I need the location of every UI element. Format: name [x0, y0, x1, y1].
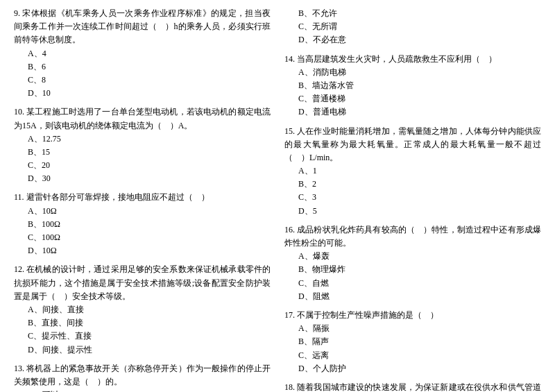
right-column: B、不允许 C、无所谓 D、不必在意 14. 当高层建筑发生火灾时，人员疏散救生… — [284, 7, 541, 392]
question-10: 10. 某工程施工时选用了一台单台笼型电动机，若该电动机的额定电流为15A，则该… — [14, 105, 271, 185]
question-15-option-b: B、2 — [298, 178, 541, 191]
question-12: 12. 在机械的设计时，通过采用足够的安全系数来保证机械承载零件的抗损环能力，这… — [14, 263, 271, 356]
question-9-option-b: B、6 — [28, 60, 271, 74]
question-9-text: 9. 宋体根据《机车乘务人员一次乘务作业程序标准》的规定，担当夜间乘务工作并一次… — [14, 7, 271, 47]
question-11-option-c: C、100Ω — [28, 231, 271, 244]
question-11-option-b: B、100Ω — [28, 218, 271, 231]
question-13: 13. 将机器上的紧急事故开关（亦称急停开关）作为一般操作的停止开关频繁使用，这… — [14, 362, 271, 392]
question-12-option-d: D、间接、提示性 — [28, 343, 271, 357]
question-9-cont-option-b: B、不允许 — [298, 7, 541, 20]
question-13-option-a: A、可以 — [28, 389, 271, 392]
question-10-text: 10. 某工程施工时选用了一台单台笼型电动机，若该电动机的额定电流为15A，则该… — [14, 105, 271, 132]
question-18: 18. 随着我国城市建设的快速发展，为保证新建或在役供水和供气管道的安全运行，降… — [284, 381, 541, 392]
question-9-option-a: A、4 — [28, 47, 271, 60]
question-9: 9. 宋体根据《机车乘务人员一次乘务作业程序标准》的规定，担当夜间乘务工作并一次… — [14, 7, 271, 100]
question-16-option-c: C、自燃 — [298, 277, 541, 290]
question-11-option-a: A、10Ω — [28, 205, 271, 218]
question-10-option-a: A、12.75 — [28, 133, 271, 146]
question-9-cont-option-c: C、无所谓 — [298, 20, 541, 33]
question-15-option-d: D、5 — [298, 205, 541, 218]
question-14-option-a: A、消防电梯 — [298, 66, 541, 79]
question-17-option-a: A、隔振 — [298, 322, 541, 335]
question-14-text: 14. 当高层建筑发生火灾时，人员疏散救生不应利用（ ） — [284, 53, 541, 66]
question-15-option-a: A、1 — [298, 164, 541, 178]
question-11: 11. 避雷针各部分可靠焊接，接地电阻应不超过（ ） A、10Ω B、100Ω … — [14, 191, 271, 257]
question-16-option-b: B、物理爆炸 — [298, 263, 541, 276]
question-15: 15. 人在作业时能量消耗增加，需氧量随之增加，人体每分钟内能供应的最大氧量称为… — [284, 125, 541, 218]
question-11-option-d: D、10Ω — [28, 244, 271, 257]
question-9-option-d: D、10 — [28, 87, 271, 100]
question-17-option-b: B、隔声 — [298, 335, 541, 348]
question-12-option-b: B、直接、间接 — [28, 316, 271, 330]
question-10-option-c: C、20 — [28, 159, 271, 172]
question-15-text: 15. 人在作业时能量消耗增加，需氧量随之增加，人体每分钟内能供应的最大氧量称为… — [284, 125, 541, 165]
question-9-cont: B、不允许 C、无所谓 D、不必在意 — [284, 7, 541, 47]
question-11-text: 11. 避雷针各部分可靠焊接，接地电阻应不超过（ ） — [14, 191, 271, 204]
question-14-option-b: B、墙边落水管 — [298, 79, 541, 92]
question-12-text: 12. 在机械的设计时，通过采用足够的安全系数来保证机械承载零件的抗损环能力，这… — [14, 263, 271, 303]
page-content: 9. 宋体根据《机车乘务人员一次乘务作业程序标准》的规定，担当夜间乘务工作并一次… — [14, 7, 541, 392]
question-12-option-a: A、间接、直接 — [28, 303, 271, 316]
question-9-cont-option-d: D、不必在意 — [298, 33, 541, 46]
question-14-option-d: D、普通电梯 — [298, 105, 541, 119]
question-17-option-c: C、远离 — [298, 349, 541, 362]
question-9-option-c: C、8 — [28, 74, 271, 87]
question-14: 14. 当高层建筑发生火灾时，人员疏散救生不应利用（ ） A、消防电梯 B、墙边… — [284, 53, 541, 119]
question-10-option-d: D、30 — [28, 172, 271, 185]
question-16-text: 16. 成品粉状乳化炸药具有较高的（ ）特性，制造过程中还有形成爆炸性粉尘的可能… — [284, 223, 541, 250]
question-17-text: 17. 不属于控制生产性噪声措施的是（ ） — [284, 309, 541, 322]
question-16-option-d: D、阻燃 — [298, 290, 541, 303]
question-16-option-a: A、爆轰 — [298, 250, 541, 263]
question-14-option-c: C、普通楼梯 — [298, 92, 541, 105]
question-10-option-b: B、15 — [28, 146, 271, 159]
question-12-option-c: C、提示性、直接 — [28, 330, 271, 343]
question-17-option-d: D、个人防护 — [298, 362, 541, 375]
question-16: 16. 成品粉状乳化炸药具有较高的（ ）特性，制造过程中还有形成爆炸性粉尘的可能… — [284, 223, 541, 303]
question-13-text: 13. 将机器上的紧急事故开关（亦称急停开关）作为一般操作的停止开关频繁使用，这… — [14, 362, 271, 389]
question-17: 17. 不属于控制生产性噪声措施的是（ ） A、隔振 B、隔声 C、远离 D、个… — [284, 309, 541, 375]
question-18-text: 18. 随着我国城市建设的快速发展，为保证新建或在役供水和供气管道的安全运行，降… — [284, 381, 541, 392]
left-column: 9. 宋体根据《机车乘务人员一次乘务作业程序标准》的规定，担当夜间乘务工作并一次… — [14, 7, 271, 392]
question-15-option-c: C、3 — [298, 191, 541, 204]
